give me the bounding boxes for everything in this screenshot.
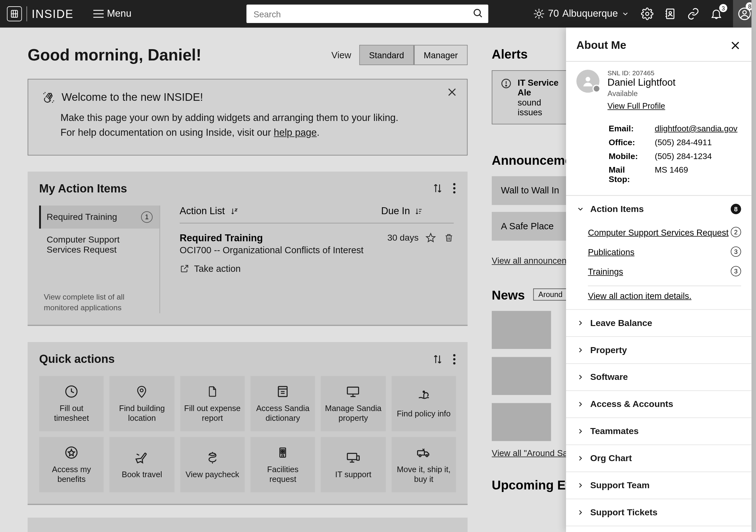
svg-line-14: [542, 10, 542, 11]
mailstop-value: MS 1469: [655, 165, 688, 184]
accordion-leave-balance[interactable]: Leave Balance: [566, 310, 752, 336]
accordion-support-tickets[interactable]: Support Tickets: [566, 499, 752, 526]
bell-icon[interactable]: 3: [710, 8, 723, 20]
office-value: (505) 284-4911: [655, 138, 712, 147]
chevron-right-icon: [577, 400, 585, 408]
svg-point-66: [585, 77, 590, 82]
accordion-access-accounts[interactable]: Access & Accounts: [566, 391, 752, 417]
scrollbar[interactable]: [752, 0, 756, 532]
menu-label: Menu: [107, 8, 131, 20]
accordion-teammates[interactable]: Teammates: [566, 418, 752, 444]
menu-trigger[interactable]: Menu: [93, 8, 132, 20]
topbar-right: 70 Albuquerque 3 8: [533, 0, 749, 28]
svg-point-22: [743, 11, 746, 14]
chevron-down-icon: [577, 205, 585, 213]
hamburger-icon: [93, 10, 104, 18]
chevron-right-icon: [577, 346, 585, 354]
accordion-software[interactable]: Software: [566, 364, 752, 390]
topbar-icons: 3 8: [641, 0, 749, 28]
view-all-action-items-link[interactable]: View all action item details.: [588, 291, 691, 301]
svg-line-11: [535, 10, 536, 11]
ai-trainings-link[interactable]: Trainings: [588, 266, 623, 276]
profile-name: Daniel Lightfoot: [608, 77, 676, 89]
chevron-right-icon: [577, 481, 585, 490]
chevron-right-icon: [577, 319, 585, 327]
accordion-property[interactable]: Property: [566, 337, 752, 363]
profile-status: Available: [608, 89, 676, 98]
brand-divider: [26, 6, 27, 21]
email-label: Email:: [608, 124, 647, 133]
search-input[interactable]: [247, 5, 489, 23]
about-me-panel: About Me SNL ID: 207465 Daniel Lightfoot…: [566, 28, 752, 532]
snl-id: SNL ID: 207465: [608, 69, 676, 76]
brand-block: INSIDE: [7, 6, 73, 21]
mailstop-label: Mail Stop:: [608, 165, 647, 184]
accordion-support-team[interactable]: Support Team: [566, 472, 752, 499]
svg-line-12: [542, 16, 542, 17]
presence-icon: [592, 85, 601, 93]
chevron-right-icon: [577, 454, 585, 463]
accordion-action-items[interactable]: Action Items 8: [566, 196, 752, 222]
svg-point-6: [537, 12, 541, 16]
office-label: Office:: [608, 138, 647, 147]
svg-point-17: [669, 12, 672, 14]
brand-name[interactable]: INSIDE: [32, 7, 74, 20]
svg-line-13: [535, 16, 536, 17]
search-wrap: [247, 5, 489, 23]
ai-cssr-link[interactable]: Computer Support Services Request: [588, 227, 729, 237]
svg-line-5: [480, 15, 482, 17]
count-badge: 3: [731, 246, 741, 257]
mobile-value: (505) 284-1234: [655, 151, 712, 161]
count-badge: 2: [731, 227, 741, 237]
chevron-right-icon: [577, 508, 585, 517]
search-icon[interactable]: [472, 8, 484, 19]
contacts-icon[interactable]: [664, 8, 677, 20]
topbar: INSIDE Menu 70 Albuquerque: [0, 0, 756, 28]
weather-city: Albuquerque: [562, 8, 618, 20]
svg-point-4: [474, 10, 480, 16]
brand-logo-icon: [7, 6, 22, 21]
chevron-right-icon: [577, 427, 585, 435]
weather-icon: [533, 8, 545, 20]
link-icon[interactable]: [687, 8, 700, 20]
email-link[interactable]: dlightfoot@sandia.gov: [655, 124, 738, 133]
chevron-down-icon: [621, 10, 629, 18]
action-items-badge: 8: [731, 204, 741, 214]
settings-icon[interactable]: [641, 8, 654, 20]
chevron-right-icon: [577, 373, 585, 382]
mobile-label: Mobile:: [608, 151, 647, 161]
weather-temp: 70: [548, 8, 559, 20]
close-icon[interactable]: [730, 40, 741, 51]
about-me-title: About Me: [577, 39, 626, 52]
view-full-profile-link[interactable]: View Full Profile: [608, 101, 665, 111]
weather-widget[interactable]: 70 Albuquerque: [533, 8, 629, 20]
svg-point-15: [646, 12, 649, 15]
notification-badge: 3: [719, 4, 727, 12]
count-badge: 3: [731, 266, 741, 277]
avatar: [577, 69, 600, 93]
ai-publications-link[interactable]: Publications: [588, 247, 634, 256]
accordion-org-chart[interactable]: Org Chart: [566, 445, 752, 471]
